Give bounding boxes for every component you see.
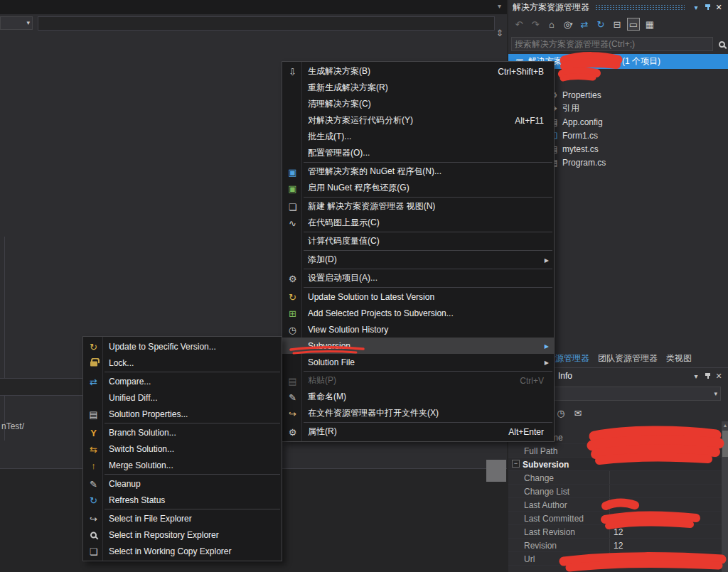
scroll-up-arrow-icon[interactable]: ▲ — [722, 421, 728, 430]
forward-button[interactable]: ↷ — [529, 18, 542, 31]
menu-separator — [304, 250, 552, 251]
svn-submenu-item[interactable]: ❏Select in Working Copy Explorer — [83, 543, 282, 559]
context-menu-item[interactable]: ▤粘贴(P)Ctrl+V — [282, 372, 554, 389]
context-menu-item[interactable]: ✎重命名(M) — [282, 389, 554, 405]
menu-item-label: Merge Solution... — [109, 460, 173, 470]
sync-with-active-document-icon: ⇄ — [581, 19, 589, 30]
property-row[interactable]: Full Path — [508, 444, 722, 458]
context-menu-item[interactable]: ▣管理解决方案的 NuGet 程序包(N)... — [282, 163, 554, 180]
pin-shape — [705, 372, 711, 379]
back-button[interactable]: ↶ — [513, 18, 525, 31]
solution-context-menu: ⇩生成解决方案(B)Ctrl+Shift+B重新生成解决方案(R)清理解决方案(… — [282, 61, 555, 442]
context-menu-item[interactable]: ▣启用 NuGet 程序包还原(G) — [282, 180, 554, 196]
code-map-icon: ∿ — [287, 217, 299, 229]
window-position-chevron-icon[interactable]: ▾ — [690, 1, 702, 13]
svn-submenu-item[interactable]: ↻Update to Specific Version... — [83, 338, 282, 355]
property-row[interactable]: Url — [508, 552, 722, 566]
property-label: Full Path — [524, 446, 557, 456]
lock-shape — [90, 361, 97, 366]
submenu-arrow-icon: ▶ — [545, 257, 549, 263]
sync-with-active-document-button[interactable]: ⇄ — [578, 18, 591, 31]
property-row[interactable]: Revision12 — [508, 539, 722, 552]
svn-update-icon: ↻ — [287, 291, 299, 303]
cleanup-icon: ✎ — [87, 477, 100, 490]
panel-tab[interactable]: 团队资源管理器 — [598, 352, 658, 365]
home-button[interactable]: ⌂ — [545, 18, 558, 31]
nuget-icon: ▣ — [287, 166, 299, 178]
menu-item-label: 属性(R) — [308, 426, 337, 438]
svn-submenu-item[interactable]: Unified Diff... — [83, 389, 282, 406]
dropdown-caret-icon: ▾ — [570, 21, 573, 27]
property-label: Last Committed — [524, 514, 584, 524]
history-button[interactable]: ◷ — [555, 406, 567, 419]
context-menu-item[interactable]: 批生成(T)... — [282, 129, 554, 145]
svn-submenu-item[interactable]: ↻Refresh Status — [83, 492, 282, 508]
scrollbar-thumb[interactable] — [722, 431, 728, 457]
context-menu-item[interactable]: ⊞Add Selected Projects to Subversion... — [282, 305, 554, 321]
back-icon: ↶ — [515, 19, 523, 30]
switch-icon: ⇆ — [87, 443, 100, 455]
close-icon[interactable]: ✕ — [713, 1, 724, 13]
menu-item-label: 批生成(T)... — [308, 131, 351, 143]
context-menu-item[interactable]: ❏新建 解决方案资源管理器 视图(N) — [282, 198, 554, 215]
context-menu-item[interactable]: 重新生成解决方案(R) — [282, 80, 554, 96]
context-menu-item[interactable]: Subversion▶ — [282, 338, 554, 354]
menu-item-label: 在代码图上显示(C) — [308, 217, 380, 229]
toolbar-combobox[interactable]: ▾ — [0, 16, 33, 30]
svn-submenu-item[interactable]: Lock... — [83, 355, 282, 371]
context-menu-item[interactable]: 对解决方案运行代码分析(Y)Alt+F11 — [282, 112, 554, 129]
menu-item-label: Compare... — [109, 377, 151, 387]
property-label: Revision — [524, 541, 557, 551]
svn-submenu-item[interactable]: YBranch Solution... — [83, 424, 282, 441]
property-value: 12 — [614, 541, 623, 551]
context-menu-item[interactable]: ⇩生成解决方案(B)Ctrl+Shift+B — [282, 63, 554, 80]
refresh-button[interactable]: ↻ — [594, 18, 607, 31]
show-all-files-button[interactable]: ▦ — [643, 18, 656, 31]
svn-submenu-item[interactable]: ↑Merge Solution... — [83, 457, 282, 473]
context-menu-item[interactable]: Solution File▶ — [282, 354, 554, 370]
close-icon[interactable]: ✕ — [713, 370, 724, 382]
property-row[interactable]: Last Author — [508, 498, 722, 512]
preview-selected-items-button[interactable]: ▭ — [627, 18, 640, 31]
comment-button[interactable]: ✉ — [572, 406, 584, 419]
window-position-chevron-icon[interactable]: ▾ — [690, 370, 702, 382]
scope-filter-button[interactable]: ◎▾ — [562, 18, 574, 31]
collapse-icon[interactable]: − — [512, 460, 520, 468]
property-row[interactable]: Last Committed — [508, 512, 722, 525]
merge-icon: ↑ — [87, 459, 100, 471]
property-row[interactable]: Change List — [508, 485, 722, 498]
property-row[interactable]: −Subversion — [508, 458, 722, 471]
pin-icon[interactable] — [702, 1, 713, 13]
search-button[interactable] — [716, 37, 728, 51]
context-menu-item[interactable]: ◷View Solution History — [282, 321, 554, 338]
scrollbar-thumb[interactable] — [486, 460, 506, 482]
context-menu-item[interactable]: 配置管理器(O)... — [282, 145, 554, 161]
context-menu-item[interactable]: ⚙属性(R)Alt+Enter — [282, 423, 554, 440]
search-input[interactable] — [512, 39, 712, 49]
collapse-all-button[interactable]: ⊟ — [611, 18, 623, 31]
solution-explorer-titlebar[interactable]: 解决方案资源管理器 ▾ ✕ — [508, 0, 728, 14]
toolbar-overflow-chevron-icon[interactable]: ▾ — [498, 2, 501, 10]
property-row[interactable]: Change — [508, 471, 722, 485]
menu-item-label: Refresh Status — [109, 495, 165, 505]
context-menu-item[interactable]: ⚙设置启动项目(A)... — [282, 270, 554, 286]
menu-separator — [304, 287, 552, 288]
context-menu-item[interactable]: ∿在代码图上显示(C) — [282, 215, 554, 231]
context-menu-item[interactable]: 添加(D)▶ — [282, 252, 554, 268]
editor-splitter-grip-icon[interactable]: ⇕ — [493, 26, 506, 41]
context-menu-item[interactable]: ↪在文件资源管理器中打开文件夹(X) — [282, 405, 554, 421]
context-menu-item[interactable]: 计算代码度量值(C) — [282, 233, 554, 249]
properties-scrollbar[interactable]: ▲ — [722, 421, 728, 572]
context-menu-item[interactable]: ↻Update Solution to Latest Version — [282, 288, 554, 305]
svn-submenu-item[interactable]: ⇆Switch Solution... — [83, 441, 282, 457]
svn-submenu-item[interactable]: ✎Cleanup — [83, 475, 282, 492]
svn-submenu-item[interactable]: ⇄Compare... — [83, 373, 282, 389]
tree-item-label: Form1.cs — [562, 131, 598, 141]
context-menu-item[interactable]: 清理解决方案(C) — [282, 96, 554, 112]
svn-submenu-item[interactable]: Select in Repository Explorer — [83, 527, 282, 543]
svn-submenu-item[interactable]: ▤Solution Properties... — [83, 406, 282, 422]
pin-icon[interactable] — [702, 370, 713, 382]
svn-submenu-item[interactable]: ↪Select in File Explorer — [83, 510, 282, 527]
property-row[interactable]: Last Revision12 — [508, 525, 722, 539]
panel-tab[interactable]: 类视图 — [666, 352, 692, 365]
